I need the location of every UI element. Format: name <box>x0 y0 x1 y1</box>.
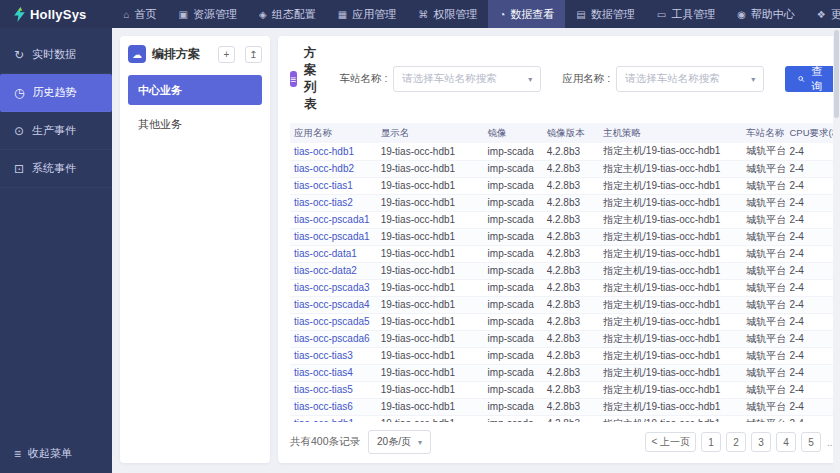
plans-panel-header: ☁ 编排方案 + ↥ <box>120 36 270 71</box>
cell-station-name: 城轨平台 <box>742 364 785 381</box>
cell-station-name: 城轨平台 <box>742 296 785 313</box>
cell-display-name: 19-tias-occ-hdb1 <box>377 228 484 245</box>
logo-icon <box>14 7 25 22</box>
cell-cpu-requirement: 2-4 <box>785 398 838 415</box>
cell-cpu-requirement: 2-4 <box>785 313 838 330</box>
app-name-link[interactable]: tias-occ-data2 <box>294 265 357 276</box>
cell-cpu-requirement: 2-4 <box>785 330 838 347</box>
app-name-link[interactable]: tias-occ-tias4 <box>294 367 353 378</box>
plan-item[interactable]: 中心业务 <box>128 75 262 105</box>
app-select[interactable]: 请选择车站名称搜索 ▾ <box>616 66 764 92</box>
cell-image: imp-scada <box>484 279 543 296</box>
page-scrollbar <box>833 28 840 473</box>
cell-app-name: tias-occ-tias2 <box>290 194 377 211</box>
cell-app-name: tias-occ-tias6 <box>290 398 377 415</box>
plans-panel: ☁ 编排方案 + ↥ 中心业务 其他业务 <box>120 36 270 463</box>
main-header: ≡ 方案列表 车站名称 : 请选择车站名称搜索 ▾ 应用名称 : 请选择车站名称… <box>278 36 840 121</box>
nav-item-home[interactable]: ⌂ 首页 ▾ <box>113 0 168 28</box>
cell-host-policy: 指定主机/19-tias-occ-hdb1 <box>599 313 742 330</box>
app-name-link[interactable]: tias-occ-tias2 <box>294 197 353 208</box>
sidebar-item-system-event[interactable]: ⊡ 系统事件 <box>0 150 112 188</box>
app-name-link[interactable]: tias-occ-pscada6 <box>294 333 370 344</box>
add-plan-button[interactable]: + <box>218 46 235 63</box>
app-name-link[interactable]: tias-occ-pscada1 <box>294 231 370 242</box>
nav-item-permission[interactable]: ⌘ 权限管理 ▾ <box>407 0 488 28</box>
cell-host-policy: 指定主机/19-tias-occ-hdb1 <box>599 211 742 228</box>
page-button-1[interactable]: 1 <box>701 432 721 452</box>
cell-station-name: 城轨平台 <box>742 279 785 296</box>
table-row: tias-occ-pscada6 19-tias-occ-hdb1 imp-sc… <box>290 330 840 347</box>
chevron-down-icon: ▾ <box>751 75 755 84</box>
cell-display-name: 19-tias-occ-hdb1 <box>377 381 484 398</box>
more-icon: ❖ <box>817 9 826 20</box>
app-name-link[interactable]: tias-occ-pscada1 <box>294 214 370 225</box>
production-event-icon: ⊙ <box>14 124 24 138</box>
nav-item-data-view[interactable]: ◔ 数据查看 ▾ <box>488 0 565 28</box>
cell-station-name: 城轨平台 <box>742 177 785 194</box>
page-button-2[interactable]: 2 <box>726 432 746 452</box>
cell-station-name: 城轨平台 <box>742 313 785 330</box>
cell-app-name: tias-occ-tias1 <box>290 177 377 194</box>
nav-item-config[interactable]: ◈ 组态配置 ▾ <box>248 0 327 28</box>
data-view-icon: ◔ <box>499 9 505 20</box>
history-trend-icon: ◷ <box>14 86 24 100</box>
app-name-link[interactable]: tias-occ-hdb1 <box>294 418 354 422</box>
tools-icon: ▭ <box>657 9 666 20</box>
sidebar-item-history-trend[interactable]: ◷ 历史趋势 <box>0 74 112 112</box>
sidebar-item-realtime-data[interactable]: ↻ 实时数据 <box>0 36 112 74</box>
content-area: ☁ 编排方案 + ↥ 中心业务 其他业务 ≡ 方案列表 车站名称 : 请选择车站… <box>112 28 840 473</box>
cell-image: imp-scada <box>484 143 543 160</box>
cell-app-name: tias-occ-pscada1 <box>290 228 377 245</box>
nav-item-help[interactable]: ◉ 帮助中心 ▾ <box>726 0 806 28</box>
sidebar-item-production-event[interactable]: ⊙ 生产事件 <box>0 112 112 150</box>
app-name-link[interactable]: tias-occ-pscada3 <box>294 282 370 293</box>
app-name-link[interactable]: tias-occ-data1 <box>294 248 357 259</box>
app-name-link[interactable]: tias-occ-pscada5 <box>294 316 370 327</box>
data-manage-icon: ▤ <box>576 9 585 20</box>
nav-item-app[interactable]: ▦ 应用管理 ▾ <box>327 0 407 28</box>
app-name-link[interactable]: tias-occ-tias5 <box>294 384 353 395</box>
pagination: < 上一页 12345...1213 下一页 > <box>645 432 840 452</box>
app-name-link[interactable]: tias-occ-hdb2 <box>294 163 354 174</box>
cell-image: imp-scada <box>484 296 543 313</box>
plan-item[interactable]: 其他业务 <box>128 109 262 139</box>
cell-app-name: tias-occ-pscada3 <box>290 279 377 296</box>
page-button-4[interactable]: 4 <box>776 432 796 452</box>
logo-text: HollySys <box>30 7 87 22</box>
search-button[interactable]: 查询 <box>785 66 837 92</box>
prev-page-button[interactable]: < 上一页 <box>645 432 696 452</box>
cell-display-name: 19-tias-occ-hdb1 <box>377 160 484 177</box>
column-header: 应用名称 <box>290 123 377 143</box>
cell-cpu-requirement: 2-4 <box>785 296 838 313</box>
station-select[interactable]: 请选择车站名称搜索 ▾ <box>393 66 541 92</box>
page-button-3[interactable]: 3 <box>751 432 771 452</box>
table-row: tias-occ-tias4 19-tias-occ-hdb1 imp-scad… <box>290 364 840 381</box>
app-name-link[interactable]: tias-occ-tias3 <box>294 350 353 361</box>
cell-display-name: 19-tias-occ-hdb1 <box>377 262 484 279</box>
nav-item-resource[interactable]: ▣ 资源管理 ▾ <box>168 0 248 28</box>
nav-item-tools[interactable]: ▭ 工具管理 ▾ <box>646 0 726 28</box>
cloud-icon: ☁ <box>128 45 146 63</box>
page-scrollbar-thumb[interactable] <box>834 30 839 118</box>
cell-host-policy: 指定主机/19-tias-occ-hdb1 <box>599 364 742 381</box>
cell-image-version: 4.2.8b3 <box>543 296 599 313</box>
cell-image: imp-scada <box>484 211 543 228</box>
page-size-select[interactable]: 20条/页 ▾ <box>368 430 431 454</box>
column-header: 镜像 <box>484 123 543 143</box>
cell-image: imp-scada <box>484 347 543 364</box>
app-name-link[interactable]: tias-occ-pscada4 <box>294 299 370 310</box>
cell-display-name: 19-tias-occ-hdb1 <box>377 330 484 347</box>
nav-item-data-manage[interactable]: ▤ 数据管理 ▾ <box>565 0 645 28</box>
table-row: tias-occ-tias3 19-tias-occ-hdb1 imp-scad… <box>290 347 840 364</box>
export-plan-button[interactable]: ↥ <box>245 46 262 63</box>
nav-item-more[interactable]: ❖ 更多 ▾ <box>806 0 840 28</box>
logo: HollySys <box>14 7 87 22</box>
collapse-menu-button[interactable]: ≡ 收起菜单 <box>14 446 72 461</box>
app-name-link[interactable]: tias-occ-tias6 <box>294 401 353 412</box>
cell-display-name: 19-tias-occ-hdb1 <box>377 415 484 422</box>
page-button-5[interactable]: 5 <box>801 432 821 452</box>
cell-image: imp-scada <box>484 194 543 211</box>
app-name-link[interactable]: tias-occ-hdb1 <box>294 146 354 157</box>
cell-cpu-requirement: 2-4 <box>785 415 838 422</box>
app-name-link[interactable]: tias-occ-tias1 <box>294 180 353 191</box>
